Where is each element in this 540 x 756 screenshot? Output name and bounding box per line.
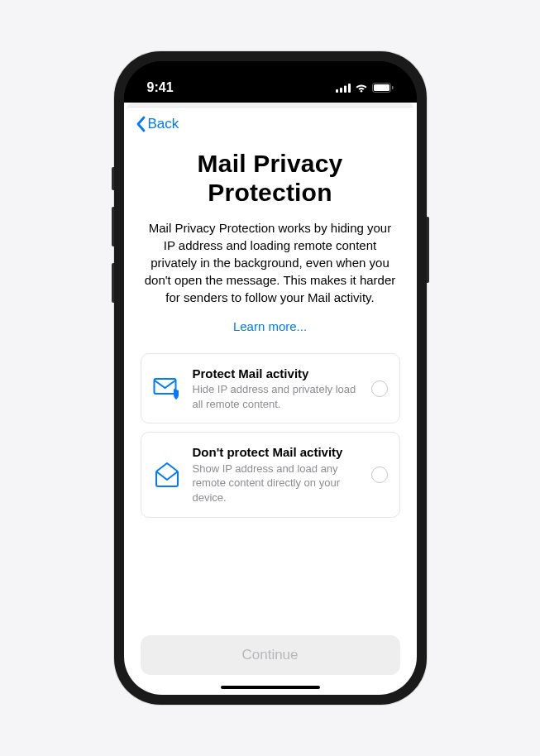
chevron-left-icon <box>136 116 146 132</box>
status-time: 9:41 <box>147 80 174 95</box>
status-icons <box>336 83 394 93</box>
option-dont-protect-text: Don't protect Mail activity Show IP addr… <box>193 444 360 505</box>
back-label: Back <box>148 116 179 132</box>
option-protect-radio[interactable] <box>371 380 388 397</box>
battery-icon <box>372 83 394 93</box>
home-indicator[interactable] <box>221 686 320 689</box>
page-title: Mail Privacy Protection <box>141 149 400 208</box>
svg-rect-8 <box>154 379 175 394</box>
svg-rect-7 <box>392 86 394 89</box>
option-dont-protect[interactable]: Don't protect Mail activity Show IP addr… <box>141 432 400 517</box>
screen: 9:41 <box>124 61 417 695</box>
option-protect-text: Protect Mail activity Hide IP address an… <box>193 366 360 412</box>
continue-button[interactable]: Continue <box>141 635 400 675</box>
page-description: Mail Privacy Protection works by hiding … <box>141 219 400 306</box>
main-content: Mail Privacy Protection Mail Privacy Pro… <box>124 136 417 695</box>
svg-rect-6 <box>374 84 389 91</box>
option-dont-protect-title: Don't protect Mail activity <box>193 444 360 461</box>
option-protect[interactable]: Protect Mail activity Hide IP address an… <box>141 353 400 424</box>
dynamic-island <box>226 73 315 98</box>
content-area: Back Mail Privacy Protection Mail Privac… <box>124 103 417 695</box>
nav-bar: Back <box>124 108 417 136</box>
svg-point-4 <box>360 90 362 93</box>
option-protect-title: Protect Mail activity <box>193 366 360 382</box>
envelope-open-icon <box>153 461 181 489</box>
learn-more-link[interactable]: Learn more... <box>141 319 400 333</box>
envelope-shield-icon <box>153 375 181 403</box>
phone-frame: 9:41 <box>114 51 427 705</box>
svg-rect-1 <box>340 88 342 93</box>
wifi-icon <box>355 83 368 93</box>
cellular-icon <box>336 84 351 93</box>
option-protect-subtitle: Hide IP address and privately load all r… <box>193 382 360 411</box>
svg-rect-0 <box>336 89 338 93</box>
option-dont-protect-radio[interactable] <box>371 467 388 483</box>
back-button[interactable]: Back <box>136 116 179 132</box>
svg-rect-2 <box>344 85 346 93</box>
option-dont-protect-subtitle: Show IP address and load any remote cont… <box>193 462 360 505</box>
svg-rect-3 <box>348 84 351 93</box>
